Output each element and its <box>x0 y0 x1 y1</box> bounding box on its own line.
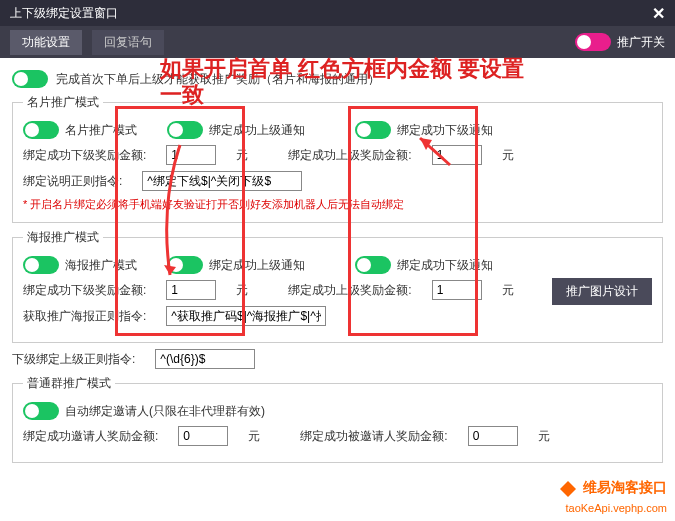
poster-design-button[interactable]: 推广图片设计 <box>552 278 652 305</box>
card-up-amount-input[interactable] <box>432 145 482 165</box>
promo-master-toggle[interactable] <box>575 33 611 51</box>
poster-up-notify-label: 绑定成功上级通知 <box>209 257 305 274</box>
unit: 元 <box>502 147 514 164</box>
card-down-amount-input[interactable] <box>166 145 216 165</box>
group-invitee-amount-input[interactable] <box>468 426 518 446</box>
group-auto-bind-label: 自动绑定邀请人(只限在非代理群有效) <box>65 403 265 420</box>
group-legend: 普通群推广模式 <box>23 375 115 392</box>
card-mode-toggle[interactable] <box>23 121 59 139</box>
card-down-notify-label: 绑定成功下级通知 <box>397 122 493 139</box>
card-up-notify-toggle[interactable] <box>167 121 203 139</box>
card-legend: 名片推广模式 <box>23 94 103 111</box>
card-regex-label: 绑定说明正则指令: <box>23 173 122 190</box>
sub-regex-label: 下级绑定上级正则指令: <box>12 351 135 368</box>
unit: 元 <box>236 282 248 299</box>
unit: 元 <box>236 147 248 164</box>
poster-down-amount-input[interactable] <box>166 280 216 300</box>
group-inviter-amount-label: 绑定成功邀请人奖励金额: <box>23 428 158 445</box>
sub-regex-input[interactable] <box>155 349 255 369</box>
poster-regex-input[interactable] <box>166 306 326 326</box>
group-inviter-amount-input[interactable] <box>178 426 228 446</box>
card-down-notify-toggle[interactable] <box>355 121 391 139</box>
window-title: 上下级绑定设置窗口 <box>10 5 118 22</box>
poster-mode-label: 海报推广模式 <box>65 257 137 274</box>
first-order-toggle[interactable] <box>12 70 48 88</box>
poster-up-amount-label: 绑定成功上级奖励金额: <box>288 282 411 299</box>
unit: 元 <box>502 282 514 299</box>
group-auto-bind-toggle[interactable] <box>23 402 59 420</box>
logo-icon <box>556 477 580 501</box>
card-up-amount-label: 绑定成功上级奖励金额: <box>288 147 411 164</box>
poster-up-notify-toggle[interactable] <box>167 256 203 274</box>
card-down-amount-label: 绑定成功下级奖励金额: <box>23 147 146 164</box>
poster-down-notify-toggle[interactable] <box>355 256 391 274</box>
tab-function-settings[interactable]: 功能设置 <box>10 30 82 55</box>
group-promo-group: 普通群推广模式 自动绑定邀请人(只限在非代理群有效) 绑定成功邀请人奖励金额: … <box>12 375 663 463</box>
poster-down-amount-label: 绑定成功下级奖励金额: <box>23 282 146 299</box>
poster-mode-toggle[interactable] <box>23 256 59 274</box>
card-up-notify-label: 绑定成功上级通知 <box>209 122 305 139</box>
card-warning: * 开启名片绑定必须将手机端好友验证打开否则好友添加机器人后无法自动绑定 <box>23 197 652 212</box>
tab-reply-phrases[interactable]: 回复语句 <box>92 30 164 55</box>
watermark: 维易淘客接口 taoKeApi.vephp.com <box>556 477 667 515</box>
poster-legend: 海报推广模式 <box>23 229 103 246</box>
poster-up-amount-input[interactable] <box>432 280 482 300</box>
wm-title: 维易淘客接口 <box>583 479 667 495</box>
poster-down-notify-label: 绑定成功下级通知 <box>397 257 493 274</box>
unit: 元 <box>248 428 260 445</box>
card-promo-group: 名片推广模式 名片推广模式 绑定成功上级通知 绑定成功下级通知 绑定成功下级奖励… <box>12 94 663 223</box>
poster-regex-label: 获取推广海报正则指令: <box>23 308 146 325</box>
close-icon[interactable]: ✕ <box>652 4 665 23</box>
card-mode-label: 名片推广模式 <box>65 122 137 139</box>
card-regex-input[interactable] <box>142 171 302 191</box>
group-invitee-amount-label: 绑定成功被邀请人奖励金额: <box>300 428 447 445</box>
wm-url: taoKeApi.vephp.com <box>565 502 667 514</box>
unit: 元 <box>538 428 550 445</box>
first-order-note: 完成首次下单后上级才能获取推广奖励（名片和海报的通用） <box>56 71 380 88</box>
promo-master-label: 推广开关 <box>617 34 665 51</box>
poster-promo-group: 海报推广模式 推广图片设计 海报推广模式 绑定成功上级通知 绑定成功下级通知 绑… <box>12 229 663 343</box>
